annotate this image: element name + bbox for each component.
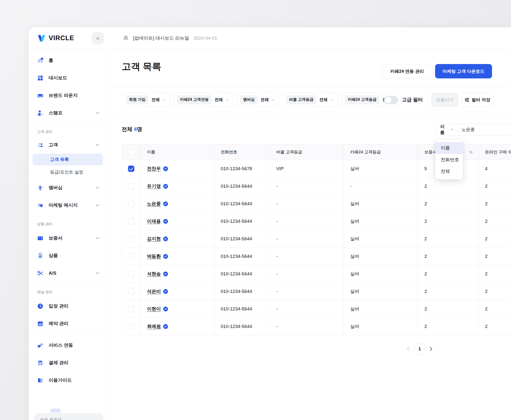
customer-phone: 010-1234-5678 [214, 160, 270, 177]
marketing-message-icon [36, 202, 44, 209]
filter-chip-value: 전체 [215, 97, 223, 103]
dropdown-option-name[interactable]: 이름 [435, 142, 463, 154]
filter-chip-value: 전체 [261, 97, 269, 103]
customer-name-link[interactable]: 유기영 [147, 183, 161, 189]
sidebar-item-brand-lounge[interactable]: 브랜드 라운지 [29, 87, 107, 104]
row-checkbox[interactable] [128, 323, 134, 330]
sidebar-item-grade-point[interactable]: 등급/포인트 설정 [33, 166, 103, 178]
row-checkbox[interactable] [128, 201, 134, 207]
chevron-down-icon [226, 99, 229, 101]
customer-phone: 010-1234-5644 [214, 265, 270, 282]
sidebar-item-reservation[interactable]: 예약 관리 [29, 315, 107, 332]
row-checkbox[interactable] [128, 271, 134, 277]
cafe24-sync-button[interactable]: 카페24 연동 관리 [382, 64, 432, 78]
reset-filter-button[interactable]: 되돌리기 [431, 93, 458, 107]
search-input[interactable] [458, 127, 511, 132]
customer-name-link[interactable]: 석현승 [147, 271, 161, 277]
sidebar-item-warranty[interactable]: 보증서 [29, 229, 107, 247]
sidebar-item-integration[interactable]: 서비스 연동 [29, 336, 107, 354]
dropdown-option-all[interactable]: 전체 [435, 166, 463, 177]
table-row: 박동환 010-1234-5644 - 실버 2 2 [122, 248, 511, 265]
filter-chip-vircle-grade[interactable]: 버클 고객등급 전체 [283, 93, 338, 107]
sidebar-item-dashboard[interactable]: 대시보드 [29, 69, 107, 87]
table-body: 전찬우 010-1234-5678 VIP 실버 5 4 유기영 010-123… [122, 160, 511, 335]
chevron-left-icon [407, 347, 410, 351]
calendar-icon [36, 320, 44, 327]
row-checkbox[interactable] [128, 288, 134, 295]
sidebar: 홈 대시보드 브랜드 라운지 스탬프 [29, 49, 107, 420]
customer-name-link[interactable]: 이현이 [147, 306, 161, 312]
sidebar-item-entry[interactable]: 입장 관리 [29, 297, 107, 315]
customer-name-link[interactable]: 김지현 [147, 236, 161, 242]
chevron-down-icon [272, 99, 275, 101]
notification-bar[interactable]: [업데이트] 대시보드 리뉴얼 2024-04-01 [123, 27, 217, 49]
sidebar-item-label: 상품 [49, 252, 107, 259]
row-checkbox[interactable] [128, 166, 134, 172]
customer-online-purchase-count: 2 [479, 248, 511, 265]
brand-name: VIRCLE [49, 34, 74, 42]
prev-page-button[interactable] [406, 346, 411, 352]
filter-chips: 회원 가입 전체 카페24 고객연동 전체 멤버십 전체 [123, 87, 401, 112]
row-checkbox[interactable] [128, 253, 134, 260]
membership-icon [36, 184, 44, 191]
row-checkbox[interactable] [128, 218, 134, 224]
sidebar-item-label: 보증서 [49, 235, 96, 241]
customer-phone: 010-1234-5644 [214, 195, 270, 212]
sidebar-item-label: 브랜드 라운지 [49, 92, 107, 99]
sidebar-item-payment[interactable]: w 결제 관리 [29, 354, 107, 372]
sidebar-item-customer[interactable]: 고객 [29, 137, 107, 153]
customer-cafe24-grade: 실버 [344, 248, 418, 265]
dropdown-option-phone[interactable]: 전화번호 [435, 154, 463, 166]
sort-icon[interactable] [469, 150, 473, 154]
sidebar-item-home[interactable]: 홈 [29, 52, 107, 69]
sidebar-item-label: 스탬프 [49, 110, 96, 116]
marketing-download-button[interactable]: 마케팅 고객 다운로드 [435, 64, 492, 78]
customer-cafe24-grade: 실버 [344, 160, 418, 177]
row-checkbox[interactable] [128, 306, 134, 312]
save-filter-button[interactable]: 필터 저장 [461, 93, 493, 107]
customer-phone: 010-1234-5644 [214, 213, 270, 230]
page-title: 고객 목록 [122, 60, 161, 73]
sidebar-item-product[interactable]: 상품 [29, 247, 107, 264]
filter-chip-signup[interactable]: 회원 가입 전체 [123, 93, 170, 107]
customer-name-link[interactable]: 이재용 [147, 218, 161, 224]
customer-name-link[interactable]: 전찬우 [147, 166, 161, 172]
chevron-down-icon [96, 112, 100, 114]
sidebar-item-marketing[interactable]: 마케팅 메시지 [29, 196, 107, 214]
customer-cafe24-grade: - [344, 177, 418, 195]
sidebar-item-stamp[interactable]: 스탬프 [29, 104, 107, 122]
customer-warranty-count: 2 [418, 195, 479, 212]
page-number-button[interactable]: 1 [414, 343, 425, 354]
sidebar-item-label: 서비스 연동 [49, 342, 107, 348]
customer-warranty-count: 2 [418, 177, 479, 195]
row-checkbox[interactable] [128, 183, 134, 189]
sidebar-item-label: 홈 [49, 57, 107, 64]
advanced-filter-toggle[interactable] [384, 96, 398, 104]
customer-name-link[interactable]: 석은비 [147, 288, 161, 295]
customer-name-link[interactable]: 최예원 [147, 323, 161, 330]
customer-online-purchase-count: 2 [479, 177, 511, 195]
divider [29, 334, 107, 335]
home-icon [36, 57, 44, 64]
wallet-card[interactable]: 보유 충전금 10,255원 설정 [34, 413, 103, 420]
table-row: 이현이 010-1234-5644 - 실버 2 2 [122, 300, 511, 318]
sidebar-item-as[interactable]: A/S [29, 264, 107, 282]
table-row: 석은비 010-1234-5644 - 실버 2 2 [122, 283, 511, 300]
search-box: 이름 [436, 124, 511, 135]
column-header-vircle-grade: 버클 고객등급 [270, 144, 344, 160]
column-header-cafe24-grade: 카페24 고객등급 [344, 144, 418, 160]
sidebar-item-customer-list[interactable]: 고객 목록 [33, 154, 103, 165]
select-all-checkbox[interactable] [128, 149, 134, 155]
customer-name-link[interactable]: 노은종 [147, 201, 161, 207]
filter-chip-cafe24-sync[interactable]: 카페24 고객연동 전체 [174, 93, 233, 107]
collapse-sidebar-button[interactable]: « [92, 32, 104, 44]
filter-chip-label: 멤버십 [240, 95, 258, 104]
row-checkbox[interactable] [128, 236, 134, 242]
next-page-button[interactable] [429, 346, 433, 352]
filter-chip-membership[interactable]: 멤버십 전체 [237, 93, 279, 107]
search-field-select[interactable]: 이름 [436, 124, 457, 135]
sidebar-item-membership[interactable]: 멤버십 [29, 179, 107, 196]
customer-name-link[interactable]: 박동환 [147, 253, 161, 260]
sidebar-item-guide[interactable]: 이용가이드 [29, 372, 107, 389]
table-row: 김지현 010-1234-5644 - 실버 2 2 [122, 230, 511, 248]
